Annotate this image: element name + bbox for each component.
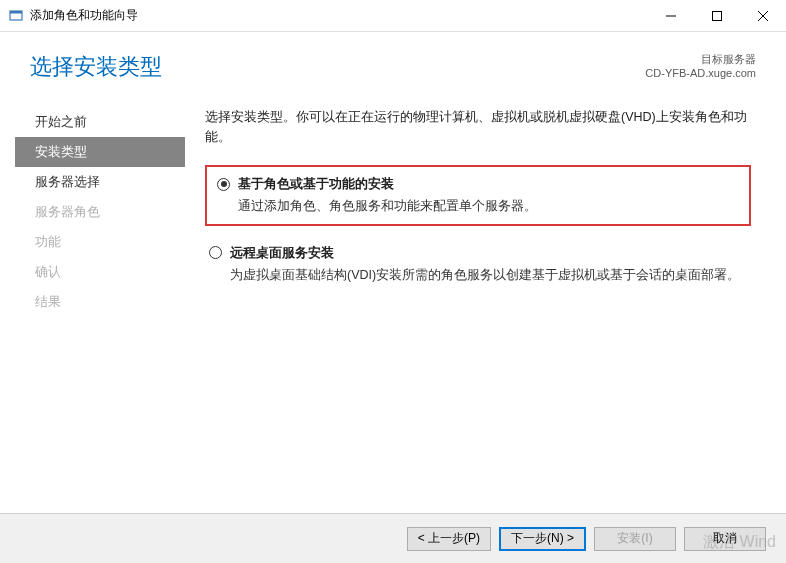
- radio-line: 远程桌面服务安装: [209, 244, 751, 262]
- radio-description: 为虚拟桌面基础结构(VDI)安装所需的角色服务以创建基于虚拟机或基于会话的桌面部…: [230, 266, 751, 285]
- svg-rect-3: [713, 11, 722, 20]
- maximize-button[interactable]: [694, 0, 740, 32]
- window-controls: [648, 0, 786, 32]
- close-button[interactable]: [740, 0, 786, 32]
- sidebar-item-install-type[interactable]: 安装类型: [15, 137, 185, 167]
- sidebar-item-before-begin[interactable]: 开始之前: [15, 107, 185, 137]
- main-panel: 选择安装类型。你可以在正在运行的物理计算机、虚拟机或脱机虚拟硬盘(VHD)上安装…: [185, 97, 771, 517]
- server-name: CD-YFB-AD.xuge.com: [645, 67, 756, 79]
- cancel-button[interactable]: 取消: [684, 527, 766, 551]
- next-button[interactable]: 下一步(N) >: [499, 527, 586, 551]
- sidebar-item-confirm: 确认: [15, 257, 185, 287]
- footer: < 上一步(P) 下一步(N) > 安装(I) 取消: [0, 513, 786, 563]
- sidebar-item-features: 功能: [15, 227, 185, 257]
- server-info: 目标服务器 CD-YFB-AD.xuge.com: [645, 52, 756, 79]
- header-section: 选择安装类型 目标服务器 CD-YFB-AD.xuge.com: [0, 32, 786, 97]
- radio-line: 基于角色或基于功能的安装: [217, 175, 739, 193]
- radio-indicator[interactable]: [217, 178, 230, 191]
- radio-option-role-based[interactable]: 基于角色或基于功能的安装 通过添加角色、角色服务和功能来配置单个服务器。: [205, 165, 751, 226]
- sidebar: 开始之前 安装类型 服务器选择 服务器角色 功能 确认 结果: [15, 97, 185, 517]
- radio-description: 通过添加角色、角色服务和功能来配置单个服务器。: [238, 197, 739, 216]
- minimize-button[interactable]: [648, 0, 694, 32]
- intro-text: 选择安装类型。你可以在正在运行的物理计算机、虚拟机或脱机虚拟硬盘(VHD)上安装…: [205, 107, 751, 147]
- sidebar-item-server-roles: 服务器角色: [15, 197, 185, 227]
- page-title: 选择安装类型: [30, 52, 162, 82]
- titlebar: 添加角色和功能向导: [0, 0, 786, 32]
- app-icon: [8, 8, 24, 24]
- server-label: 目标服务器: [645, 52, 756, 67]
- prev-button[interactable]: < 上一步(P): [407, 527, 491, 551]
- window-title: 添加角色和功能向导: [30, 7, 648, 24]
- radio-indicator[interactable]: [209, 246, 222, 259]
- sidebar-item-server-select[interactable]: 服务器选择: [15, 167, 185, 197]
- content-area: 开始之前 安装类型 服务器选择 服务器角色 功能 确认 结果 选择安装类型。你可…: [0, 97, 786, 517]
- svg-rect-1: [10, 11, 22, 14]
- radio-label: 基于角色或基于功能的安装: [238, 175, 394, 193]
- install-button: 安装(I): [594, 527, 676, 551]
- radio-label: 远程桌面服务安装: [230, 244, 334, 262]
- sidebar-item-results: 结果: [15, 287, 185, 317]
- radio-option-remote-desktop[interactable]: 远程桌面服务安装 为虚拟桌面基础结构(VDI)安装所需的角色服务以创建基于虚拟机…: [205, 244, 751, 285]
